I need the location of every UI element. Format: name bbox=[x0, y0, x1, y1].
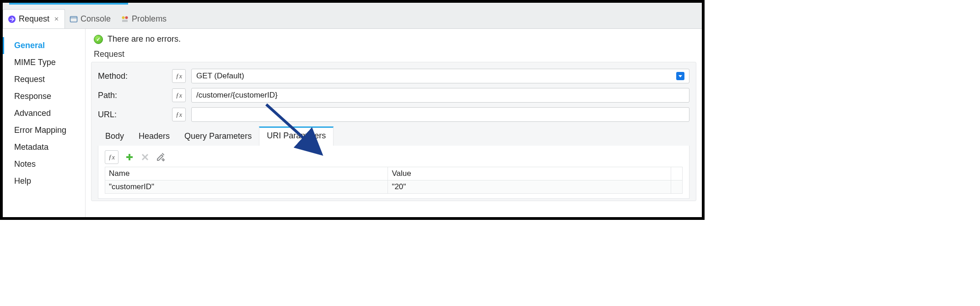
sidebar-item-label: Response bbox=[14, 92, 51, 101]
method-row: Method: ƒx GET (Default) bbox=[98, 69, 689, 83]
sidebar-item-request[interactable]: Request bbox=[3, 71, 85, 88]
editor-tabstrip: Request ✕ Console Problems bbox=[3, 5, 702, 28]
sidebar-item-general[interactable]: General bbox=[3, 37, 85, 54]
fx-button-method[interactable]: ƒx bbox=[172, 69, 186, 83]
sidebar-item-metadata[interactable]: Metadata bbox=[3, 139, 85, 156]
params-table: Name Value "customerID" "20" bbox=[105, 167, 683, 194]
col-name[interactable]: Name bbox=[105, 167, 388, 180]
sidebar-item-label: Advanced bbox=[14, 109, 51, 118]
table-row[interactable]: "customerID" "20" bbox=[105, 180, 683, 194]
status-text: There are no errors. bbox=[108, 34, 181, 44]
sidebar-item-label: Metadata bbox=[14, 142, 48, 152]
fx-button-params[interactable]: ƒx bbox=[105, 150, 118, 164]
subtab-label: Body bbox=[105, 131, 124, 141]
sidebar-item-advanced[interactable]: Advanced bbox=[3, 105, 85, 122]
path-row: Path: ƒx /customer/{customerID} bbox=[98, 88, 689, 103]
subtab-label: Query Parameters bbox=[184, 131, 252, 141]
sidebar-item-error-mapping[interactable]: Error Mapping bbox=[3, 122, 85, 139]
sidebar-item-label: Notes bbox=[14, 159, 36, 169]
fx-button-path[interactable]: ƒx bbox=[172, 88, 186, 102]
success-icon: ✓ bbox=[94, 35, 103, 44]
svg-point-4 bbox=[125, 16, 128, 19]
method-label: Method: bbox=[98, 71, 167, 81]
fx-button-url[interactable]: ƒx bbox=[172, 108, 186, 121]
sidebar-item-help[interactable]: Help bbox=[3, 173, 85, 190]
subtab-uri-parameters[interactable]: URI Parameters bbox=[259, 126, 334, 146]
method-value: GET (Default) bbox=[196, 71, 244, 81]
delete-icon[interactable] bbox=[140, 153, 150, 162]
params-toolbar: ƒx bbox=[105, 150, 683, 164]
sidebar: General MIME Type Request Response Advan… bbox=[3, 29, 85, 217]
svg-rect-1 bbox=[70, 16, 77, 22]
cell-value[interactable]: "20" bbox=[388, 180, 671, 194]
section-title: Request bbox=[86, 47, 702, 62]
tab-problems[interactable]: Problems bbox=[116, 10, 172, 28]
request-form-card: Method: ƒx GET (Default) Path: ƒx /custo… bbox=[91, 62, 696, 201]
svg-rect-7 bbox=[126, 156, 133, 158]
tab-label: Console bbox=[81, 14, 111, 24]
url-row: URL: ƒx bbox=[98, 107, 689, 122]
status-bar: ✓ There are no errors. bbox=[86, 29, 702, 47]
path-label: Path: bbox=[98, 91, 167, 100]
tools-icon[interactable] bbox=[156, 153, 165, 162]
sidebar-item-label: Help bbox=[14, 176, 31, 186]
sidebar-item-notes[interactable]: Notes bbox=[3, 156, 85, 173]
tab-console[interactable]: Console bbox=[65, 10, 116, 28]
subtab-headers[interactable]: Headers bbox=[131, 126, 177, 146]
tab-label: Problems bbox=[132, 14, 167, 24]
console-icon bbox=[70, 15, 78, 23]
path-input[interactable]: /customer/{customerID} bbox=[191, 88, 689, 103]
sidebar-item-label: General bbox=[14, 41, 45, 50]
close-icon[interactable]: ✕ bbox=[54, 16, 59, 22]
add-icon[interactable] bbox=[125, 153, 134, 162]
tab-label: Request bbox=[19, 14, 49, 24]
sidebar-item-label: Request bbox=[14, 75, 45, 84]
table-header-row: Name Value bbox=[105, 167, 683, 180]
sidebar-item-response[interactable]: Response bbox=[3, 88, 85, 105]
svg-rect-5 bbox=[122, 20, 128, 22]
url-label: URL: bbox=[98, 110, 167, 120]
app-window: Request ✕ Console Problems General MIME … bbox=[0, 0, 705, 220]
sidebar-item-label: Error Mapping bbox=[14, 126, 66, 135]
sidebar-item-label: MIME Type bbox=[14, 58, 56, 67]
method-select[interactable]: GET (Default) bbox=[191, 69, 689, 83]
path-value: /customer/{customerID} bbox=[196, 91, 278, 100]
chevron-down-icon bbox=[676, 72, 684, 80]
cell-spacer bbox=[671, 180, 682, 194]
col-spacer bbox=[671, 167, 682, 180]
url-input[interactable] bbox=[191, 107, 689, 122]
request-icon bbox=[8, 15, 16, 23]
tab-request[interactable]: Request ✕ bbox=[3, 9, 65, 28]
request-subtabs: Body Headers Query Parameters URI Parame… bbox=[98, 126, 689, 146]
workspace: General MIME Type Request Response Advan… bbox=[3, 28, 702, 217]
uri-parameters-panel: ƒx Name bbox=[98, 146, 689, 199]
cell-name[interactable]: "customerID" bbox=[105, 180, 388, 194]
main-panel: ✓ There are no errors. Request Method: ƒ… bbox=[85, 29, 702, 217]
subtab-label: URI Parameters bbox=[267, 131, 326, 140]
col-value[interactable]: Value bbox=[388, 167, 671, 180]
subtab-body[interactable]: Body bbox=[98, 126, 131, 146]
sidebar-item-mime-type[interactable]: MIME Type bbox=[3, 54, 85, 71]
svg-point-3 bbox=[122, 16, 125, 19]
subtab-query-parameters[interactable]: Query Parameters bbox=[177, 126, 259, 146]
subtab-label: Headers bbox=[139, 131, 170, 141]
problems-icon bbox=[121, 15, 129, 23]
